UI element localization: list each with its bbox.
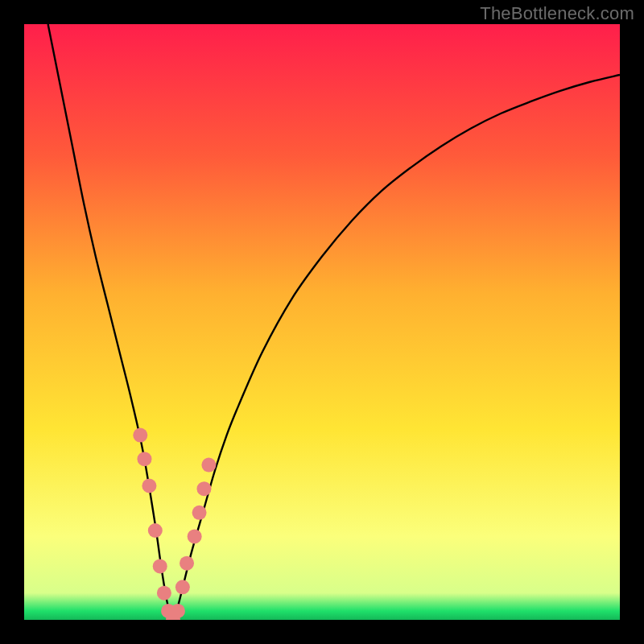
sample-dot xyxy=(192,506,207,520)
sample-dot xyxy=(153,559,167,573)
plot-area xyxy=(24,24,620,620)
bottleneck-chart xyxy=(24,24,620,620)
sample-dot xyxy=(180,556,194,571)
sample-dot xyxy=(201,458,216,473)
sample-dot xyxy=(133,428,147,443)
sample-dot xyxy=(175,580,190,594)
sample-dot xyxy=(188,529,202,543)
sample-dot xyxy=(196,481,211,496)
sample-dot xyxy=(137,452,151,466)
sample-dot xyxy=(148,523,163,538)
gradient-background xyxy=(24,24,620,620)
watermark-text: TheBottleneck.com xyxy=(480,3,634,24)
chart-frame: TheBottleneck.com xyxy=(0,0,644,644)
sample-dot xyxy=(157,586,171,601)
sample-dot xyxy=(171,604,185,618)
sample-dot xyxy=(142,479,156,493)
